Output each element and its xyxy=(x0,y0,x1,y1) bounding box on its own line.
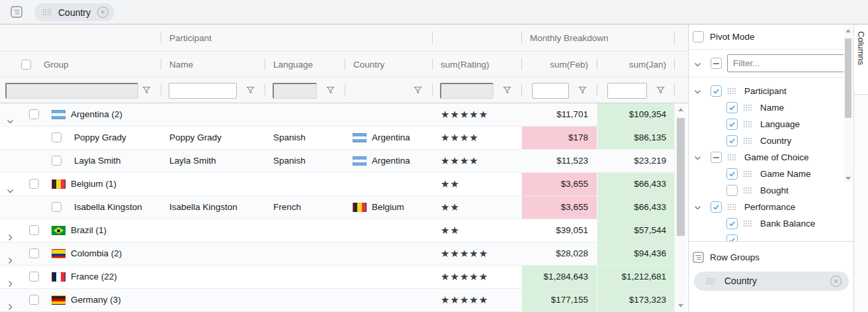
tree-item-bought[interactable]: Bought xyxy=(689,182,844,199)
group-cell[interactable]: Isabella Kingston xyxy=(0,196,161,219)
language-cell[interactable]: Spanish xyxy=(265,127,345,149)
drag-grip-icon[interactable] xyxy=(727,154,736,161)
remove-chip-icon[interactable]: ✕ xyxy=(97,7,108,18)
name-cell[interactable]: Isabella Kingston xyxy=(161,196,265,219)
tree-item-partial[interactable] xyxy=(689,232,844,242)
sum-feb-cell[interactable]: $1,284,643 xyxy=(521,266,597,288)
name-cell[interactable] xyxy=(161,173,265,195)
column-checkbox[interactable] xyxy=(711,85,722,97)
drag-grip-icon[interactable] xyxy=(727,203,736,211)
drag-grip-icon[interactable] xyxy=(743,137,752,144)
group-cell[interactable]: Colombia (2) xyxy=(0,242,161,265)
rating-cell[interactable]: ★★★★★ xyxy=(432,242,521,265)
country-cell[interactable] xyxy=(345,173,432,195)
country-cell[interactable]: Belgium xyxy=(345,196,432,219)
filter-icon[interactable] xyxy=(656,86,665,94)
collapse-group-icon[interactable] xyxy=(694,203,701,211)
collapse-group-icon[interactable] xyxy=(7,111,14,119)
name-cell[interactable] xyxy=(161,242,265,265)
column-checkbox[interactable] xyxy=(726,234,738,242)
row-select-checkbox[interactable] xyxy=(29,109,39,119)
row-select-checkbox[interactable] xyxy=(52,132,62,142)
filter-icon[interactable] xyxy=(503,86,511,94)
sum-feb-cell[interactable]: $3,655 xyxy=(521,196,597,219)
sum-jan-cell[interactable]: $86,135 xyxy=(597,127,674,149)
language-cell[interactable] xyxy=(265,219,345,242)
drag-grip-icon[interactable] xyxy=(743,220,752,227)
sum-feb-cell[interactable]: $177,155 xyxy=(521,289,597,311)
row-group-pill-country[interactable]: Country ✕ xyxy=(694,272,849,291)
rating-cell[interactable]: ★★ xyxy=(432,219,521,242)
group-cell[interactable]: Argentina (2) xyxy=(0,103,161,126)
columns-filter-input[interactable] xyxy=(727,54,850,72)
header-sum-rating[interactable]: sum(Rating) xyxy=(432,52,521,77)
row-select-checkbox[interactable] xyxy=(29,295,39,305)
language-filter-input[interactable] xyxy=(273,83,317,99)
row-select-checkbox[interactable] xyxy=(52,156,62,166)
group-cell[interactable]: Belgium (1) xyxy=(0,173,161,195)
row-group-chip-country[interactable]: Country ✕ xyxy=(34,3,114,21)
group-cell[interactable]: Layla Smith xyxy=(0,150,161,172)
column-group-monthly-breakdown[interactable]: Monthly Breakdown xyxy=(521,25,675,52)
drag-grip-icon[interactable] xyxy=(727,87,736,95)
group-filter-input[interactable] xyxy=(5,83,138,99)
collapse-all-icon[interactable] xyxy=(694,60,701,68)
column-checkbox[interactable] xyxy=(711,152,722,163)
tree-item-bank-balance[interactable]: Bank Balance xyxy=(689,215,844,232)
scroll-up-icon[interactable] xyxy=(678,108,683,111)
column-checkbox[interactable] xyxy=(726,185,738,196)
name-cell[interactable] xyxy=(161,103,265,126)
column-checkbox[interactable] xyxy=(726,102,738,113)
column-checkbox[interactable] xyxy=(726,168,738,180)
tree-item-performance[interactable]: Performance xyxy=(689,199,844,215)
column-checkbox[interactable] xyxy=(726,135,738,146)
header-country[interactable]: Country xyxy=(345,52,432,77)
row-select-checkbox[interactable] xyxy=(29,248,39,258)
group-cell[interactable]: France (22) xyxy=(0,266,161,288)
name-filter-input[interactable] xyxy=(169,83,237,99)
sum-jan-cell[interactable]: $1,212,681 xyxy=(597,266,674,288)
sum-jan-cell[interactable]: $94,436 xyxy=(597,242,674,265)
rating-cell[interactable]: ★★★★★ xyxy=(432,103,521,126)
header-name[interactable]: Name xyxy=(161,52,265,77)
scrollbar-thumb[interactable] xyxy=(845,38,851,118)
language-cell[interactable]: Spanish xyxy=(265,150,345,172)
rating-cell[interactable]: ★★ xyxy=(432,196,521,219)
tree-item-game-name[interactable]: Game Name xyxy=(689,166,844,182)
rating-cell[interactable]: ★★ xyxy=(432,173,521,195)
name-cell[interactable] xyxy=(161,289,265,311)
header-sum-feb[interactable]: sum(Feb) xyxy=(521,52,597,77)
rating-filter-input[interactable] xyxy=(440,83,494,99)
group-cell[interactable]: Poppy Grady xyxy=(0,127,161,149)
language-cell[interactable] xyxy=(265,242,345,265)
filter-icon[interactable] xyxy=(246,86,255,94)
sum-jan-cell[interactable]: $173,323 xyxy=(597,289,674,311)
name-cell[interactable]: Layla Smith xyxy=(161,150,265,172)
filter-icon[interactable] xyxy=(413,86,422,94)
collapse-group-icon[interactable] xyxy=(694,87,701,95)
feb-filter-input[interactable] xyxy=(532,83,569,99)
rating-cell[interactable]: ★★★★ xyxy=(432,127,521,149)
expand-group-icon[interactable] xyxy=(7,250,14,258)
scroll-up-icon[interactable] xyxy=(846,29,851,32)
drag-grip-icon[interactable] xyxy=(42,9,52,16)
sum-jan-cell[interactable]: $66,433 xyxy=(597,173,674,195)
jan-filter-input[interactable] xyxy=(607,83,647,99)
sum-feb-cell[interactable]: $11,523 xyxy=(521,150,597,172)
name-cell[interactable] xyxy=(161,266,265,288)
sum-feb-cell[interactable]: $39,051 xyxy=(521,219,597,242)
scrollbar-thumb[interactable] xyxy=(677,118,685,236)
country-cell[interactable] xyxy=(345,242,432,265)
country-cell[interactable] xyxy=(345,103,432,126)
filter-icon[interactable] xyxy=(578,86,587,94)
tree-item-country[interactable]: Country xyxy=(689,132,844,149)
column-checkbox[interactable] xyxy=(726,218,738,229)
remove-pill-icon[interactable]: ✕ xyxy=(830,276,842,287)
drag-grip-icon[interactable] xyxy=(743,121,752,128)
language-cell[interactable] xyxy=(265,173,345,195)
rating-cell[interactable]: ★★★★ xyxy=(432,150,521,172)
select-all-checkbox[interactable] xyxy=(21,60,31,70)
country-cell[interactable] xyxy=(345,266,432,288)
tab-columns[interactable]: Columns xyxy=(854,25,868,95)
filter-icon[interactable] xyxy=(326,86,335,94)
